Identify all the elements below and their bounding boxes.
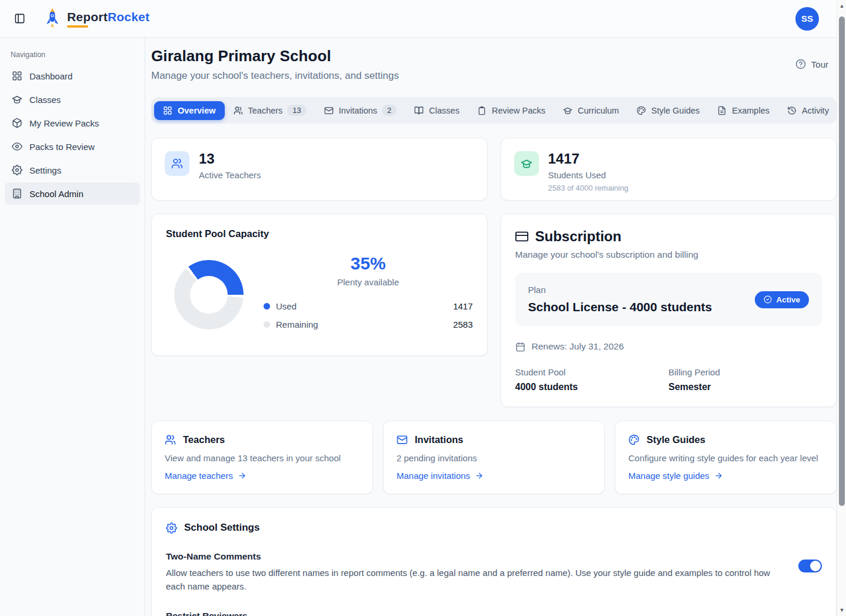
tab-label: Style Guides [651, 106, 700, 115]
arrow-right-icon [714, 471, 723, 480]
palette-icon [628, 434, 640, 445]
sidebar-item-label: Dashboard [29, 71, 72, 81]
capacity-title: Student Pool Capacity [166, 228, 473, 239]
gear-icon [166, 522, 177, 534]
status-badge-label: Active [776, 295, 800, 304]
arrow-right-icon [238, 471, 247, 480]
manage-invitations-link[interactable]: Manage invitations [397, 471, 591, 481]
sidebar-item-label: Settings [29, 165, 61, 175]
tab-review-packs[interactable]: Review Packs [468, 101, 554, 120]
setting-name: Two-Name Comments [166, 551, 783, 562]
tab-count-badge: 2 [382, 105, 397, 116]
graduation-cap-icon [12, 94, 22, 105]
quick-card-teachers[interactable]: Teachers View and manage 13 teachers in … [151, 421, 373, 494]
quick-card-invitations[interactable]: Invitations 2 pending invitations Manage… [383, 421, 605, 494]
quick-card-description: Configure writing style guides for each … [628, 453, 823, 463]
brand-name: ReportRocket [67, 10, 149, 28]
building-icon [12, 188, 22, 199]
tab-label: Invitations [339, 106, 377, 115]
tour-button[interactable]: Tour [793, 55, 831, 73]
tab-count-badge: 13 [287, 105, 306, 116]
capacity-status: Plenty available [264, 277, 473, 287]
scrollbar-down-arrow[interactable]: ▼ [837, 605, 846, 615]
legend-label: Remaining [276, 319, 318, 329]
capacity-donut-chart [174, 260, 244, 329]
settings-title: School Settings [184, 522, 259, 534]
setting-row-restrict-reviewers: Restrict Reviewers Only school members w… [166, 611, 822, 616]
panel-left-icon [14, 13, 25, 24]
scrollbar-up-arrow[interactable]: ▲ [837, 1, 846, 11]
mail-icon [397, 434, 408, 445]
tab-activity[interactable]: Activity [778, 101, 838, 120]
capacity-percent: 35% [264, 254, 473, 274]
tab-label: Examples [732, 106, 770, 115]
link-label: Manage invitations [397, 471, 470, 481]
stat-value: 1417 [548, 151, 629, 167]
mail-icon [324, 106, 334, 115]
quick-card-style-guides[interactable]: Style Guides Configure writing style gui… [615, 421, 837, 494]
billing-period-label: Billing Period [668, 367, 822, 377]
sidebar-section-label: Navigation [5, 46, 140, 65]
sidebar-toggle-button[interactable] [9, 9, 29, 29]
manage-teachers-link[interactable]: Manage teachers [165, 471, 359, 481]
manage-style-guides-link[interactable]: Manage style guides [628, 471, 823, 481]
student-pool-capacity-card: Student Pool Capacity 35% Plenty availab… [151, 214, 488, 356]
palette-icon [637, 106, 646, 115]
renewal-text: Renews: July 31, 2026 [532, 341, 624, 352]
tab-curriculum[interactable]: Curriculum [554, 101, 628, 120]
billing-period-value: Semester [668, 382, 822, 392]
tab-label: Curriculum [578, 106, 619, 115]
brand-logo[interactable]: ReportRocket [45, 8, 149, 30]
legend-row-used: Used 1417 [264, 299, 473, 317]
user-avatar[interactable]: SS [795, 7, 819, 31]
stat-card-students-used: 1417 Students Used 2583 of 4000 remainin… [501, 138, 837, 201]
calendar-icon [515, 342, 525, 352]
plan-panel: Plan School License - 4000 students Acti… [515, 273, 822, 326]
quick-card-description: View and manage 13 teachers in your scho… [165, 453, 359, 463]
link-label: Manage style guides [628, 471, 710, 481]
tab-examples[interactable]: Examples [708, 101, 778, 120]
gear-icon [12, 165, 22, 175]
topbar: ReportRocket SS [0, 0, 846, 38]
sidebar-item-packs-to-review[interactable]: Packs to Review [5, 135, 140, 158]
tab-overview[interactable]: Overview [154, 101, 225, 120]
layout-grid-icon [163, 106, 172, 115]
scrollbar-thumb[interactable] [839, 16, 845, 506]
page-header: Giralang Primary School Manage your scho… [151, 47, 837, 82]
tour-label: Tour [811, 59, 828, 69]
brand-report-text: Report [67, 10, 108, 24]
users-icon [165, 434, 176, 445]
capacity-legend: Used 1417 Remaining 2583 [264, 299, 473, 335]
help-circle-icon [795, 59, 806, 69]
graduation-cap-icon [563, 106, 572, 115]
sidebar-item-my-review-packs[interactable]: My Review Packs [5, 112, 140, 134]
sidebar-item-label: Packs to Review [29, 142, 95, 152]
sidebar-item-settings[interactable]: Settings [5, 159, 140, 181]
legend-value: 1417 [453, 301, 472, 311]
stat-value: 13 [199, 151, 261, 167]
sidebar-item-dashboard[interactable]: Dashboard [5, 65, 140, 87]
plan-name: School License - 4000 students [528, 300, 712, 314]
billing-period-column: Billing Period Semester [668, 367, 822, 392]
two-name-comments-toggle[interactable] [798, 560, 822, 572]
subscription-title: Subscription [535, 228, 622, 245]
credit-card-icon [515, 230, 528, 243]
tab-teachers[interactable]: Teachers 13 [225, 100, 315, 121]
vertical-scrollbar[interactable]: ▲ ▼ [837, 0, 846, 616]
subscription-card: Subscription Manage your school's subscr… [501, 214, 837, 407]
sidebar-item-school-admin[interactable]: School Admin [5, 182, 140, 205]
rocket-icon [45, 8, 60, 30]
tab-classes[interactable]: Classes [405, 101, 468, 120]
sidebar-item-classes[interactable]: Classes [5, 88, 140, 111]
graduation-cap-icon [514, 151, 539, 176]
history-icon [787, 106, 797, 115]
tab-invitations[interactable]: Invitations 2 [315, 100, 406, 121]
stat-card-active-teachers: 13 Active Teachers [151, 138, 488, 201]
layout-grid-icon [12, 71, 22, 81]
tab-label: Teachers [248, 106, 283, 115]
legend-value: 2583 [453, 319, 472, 329]
brand-rocket-text: Rocket [108, 10, 149, 24]
sidebar-item-label: School Admin [29, 189, 84, 199]
tab-style-guides[interactable]: Style Guides [628, 101, 708, 120]
legend-row-remaining: Remaining 2583 [264, 317, 473, 335]
